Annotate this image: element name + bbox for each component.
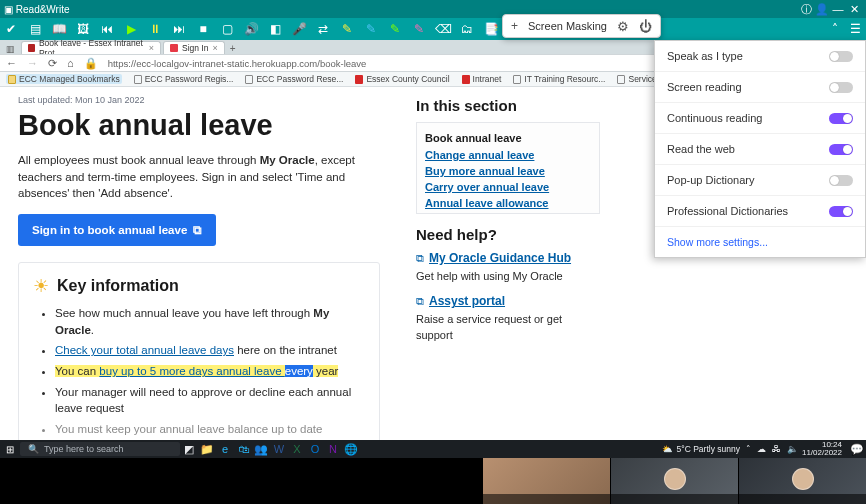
menu-icon[interactable]: ☰ <box>848 22 862 36</box>
bookmark-label: Essex County Council <box>366 74 449 84</box>
outlook-icon[interactable]: O <box>306 443 324 455</box>
participant-tile[interactable] <box>739 458 866 504</box>
setting-screen-reading: Screen reading <box>655 72 865 103</box>
start-button[interactable]: ⊞ <box>0 444 20 455</box>
taskbar-clock[interactable]: 10:24 11/02/2022 <box>802 441 842 457</box>
tab-close-icon[interactable]: × <box>212 43 217 53</box>
clear-hl-icon[interactable]: ⌫ <box>436 22 450 36</box>
section-nav: Book annual leave Change annual leave Bu… <box>416 122 600 214</box>
mask-icon[interactable]: ◧ <box>268 22 282 36</box>
setting-continuous-reading: Continuous reading <box>655 103 865 134</box>
weather-text: 5°C Partly sunny <box>677 444 740 454</box>
tab-sign-in[interactable]: Sign In × <box>163 41 225 54</box>
tab-close-icon[interactable]: × <box>149 43 154 53</box>
predict-icon[interactable]: ▤ <box>28 22 42 36</box>
browser-tabs-icon[interactable]: ▥ <box>6 44 15 54</box>
forward-icon[interactable]: → <box>27 57 38 69</box>
help-desc: Get help with using My Oracle <box>416 269 600 284</box>
setting-professional-dict: Professional Dictionaries <box>655 196 865 227</box>
side-column: In this section Book annual leave Change… <box>380 87 600 440</box>
onedrive-icon[interactable]: ☁ <box>757 444 766 454</box>
list-item: Your manager will need to approve or dec… <box>55 384 365 417</box>
check-icon[interactable]: ✔ <box>4 22 18 36</box>
oracle-hub-link[interactable]: My Oracle Guidance Hub <box>429 251 571 265</box>
power-icon[interactable]: ⏻ <box>639 19 652 34</box>
toggle-popup-dictionary[interactable] <box>829 175 853 186</box>
close-icon[interactable]: ✕ <box>846 3 862 16</box>
section-link-buy[interactable]: Buy more annual leave <box>425 163 591 179</box>
toggle-professional-dict[interactable] <box>829 206 853 217</box>
account-icon[interactable]: 👤 <box>814 3 830 16</box>
dictionary-icon[interactable]: 📖 <box>52 22 66 36</box>
task-view-icon[interactable]: ◩ <box>180 443 198 456</box>
participant-tile[interactable] <box>483 458 610 504</box>
notifications-icon[interactable]: 💬 <box>848 443 866 456</box>
assyst-link[interactable]: Assyst portal <box>429 294 505 308</box>
collapse-icon[interactable]: ˄ <box>828 22 842 36</box>
mic-icon[interactable]: 🎤 <box>292 22 306 36</box>
participant-tile[interactable] <box>611 458 738 504</box>
sign-in-button[interactable]: Sign in to book annual leave ⧉ <box>18 214 216 246</box>
store-icon[interactable]: 🛍 <box>234 443 252 455</box>
favicon-icon <box>28 44 35 52</box>
hl-green-icon[interactable]: ✎ <box>388 22 402 36</box>
show-more-settings-link[interactable]: Show more settings... <box>655 227 865 257</box>
bookmark-folder-managed[interactable]: ECC Managed Bookmarks <box>6 74 122 84</box>
hl-pink-icon[interactable]: ✎ <box>412 22 426 36</box>
bookmark-pwd-reset[interactable]: ECC Password Rese... <box>245 74 343 84</box>
weather-widget[interactable]: ⛅ 5°C Partly sunny <box>662 444 740 454</box>
teams-icon[interactable]: 👥 <box>252 443 270 456</box>
play-icon[interactable]: ▶ <box>124 22 138 36</box>
avatar <box>664 468 686 490</box>
main-column: Last updated: Mon 10 Jan 2022 Book annua… <box>0 87 380 440</box>
vocab-icon[interactable]: 📑 <box>484 22 498 36</box>
translate-icon[interactable]: ⇄ <box>316 22 330 36</box>
toggle-screen-reading[interactable] <box>829 82 853 93</box>
rewind-icon[interactable]: ⏮ <box>100 22 114 36</box>
info-icon[interactable]: ⓘ <box>798 2 814 17</box>
bookmark-pwd-regis[interactable]: ECC Password Regis... <box>134 74 234 84</box>
screenshot-icon[interactable]: ▢ <box>220 22 234 36</box>
hl-yellow-icon[interactable]: ✎ <box>340 22 354 36</box>
section-link-change[interactable]: Change annual leave <box>425 147 591 163</box>
toggle-speak-as-type[interactable] <box>829 51 853 62</box>
plus-icon[interactable]: + <box>511 19 518 33</box>
audio-icon[interactable]: 🔊 <box>244 22 258 36</box>
toggle-read-web[interactable] <box>829 144 853 155</box>
section-link-carry[interactable]: Carry over annual leave <box>425 179 591 195</box>
back-icon[interactable]: ← <box>6 57 17 69</box>
edge-icon[interactable]: 🌐 <box>342 443 360 456</box>
explorer-icon[interactable]: 📁 <box>198 443 216 456</box>
ie-icon[interactable]: e <box>216 443 234 455</box>
taskbar-search[interactable]: 🔍 Type here to search <box>20 442 180 456</box>
need-help-heading: Need help? <box>416 226 600 243</box>
forward-icon[interactable]: ⏭ <box>172 22 186 36</box>
bookmark-intranet[interactable]: Intranet <box>462 74 502 84</box>
toggle-continuous-reading[interactable] <box>829 113 853 124</box>
participant-name <box>739 494 866 504</box>
onenote-icon[interactable]: N <box>324 443 342 455</box>
pause-icon[interactable]: ⏸ <box>148 22 162 36</box>
gear-icon[interactable]: ⚙ <box>617 19 629 34</box>
hl-blue-icon[interactable]: ✎ <box>364 22 378 36</box>
new-tab-button[interactable]: + <box>227 43 239 54</box>
stop-icon[interactable]: ■ <box>196 22 210 36</box>
bookmark-ecc[interactable]: Essex County Council <box>355 74 449 84</box>
volume-icon[interactable]: 🔈 <box>787 444 798 454</box>
clock-date: 11/02/2022 <box>802 449 842 457</box>
tab-book-leave[interactable]: Book leave - Essex Intranet Prot × <box>21 41 161 54</box>
section-link-allowance[interactable]: Annual leave allowance <box>425 195 591 211</box>
buy-leave-link[interactable]: buy up to 5 more days annual leave <box>99 365 284 377</box>
refresh-icon[interactable]: ⟳ <box>48 57 57 70</box>
check-leave-link[interactable]: Check your total annual leave days <box>55 344 234 356</box>
minimize-icon[interactable]: — <box>830 3 846 15</box>
excel-icon[interactable]: X <box>288 443 306 455</box>
collect-icon[interactable]: 🗂 <box>460 22 474 36</box>
word-icon[interactable]: W <box>270 443 288 455</box>
tray-chevron-icon[interactable]: ˄ <box>746 444 751 454</box>
picture-dict-icon[interactable]: 🖼 <box>76 22 90 36</box>
list-item: Check your total annual leave days here … <box>55 342 365 359</box>
home-icon[interactable]: ⌂ <box>67 57 74 69</box>
network-icon[interactable]: 🖧 <box>772 444 781 454</box>
bookmark-it-training[interactable]: IT Training Resourc... <box>513 74 605 84</box>
